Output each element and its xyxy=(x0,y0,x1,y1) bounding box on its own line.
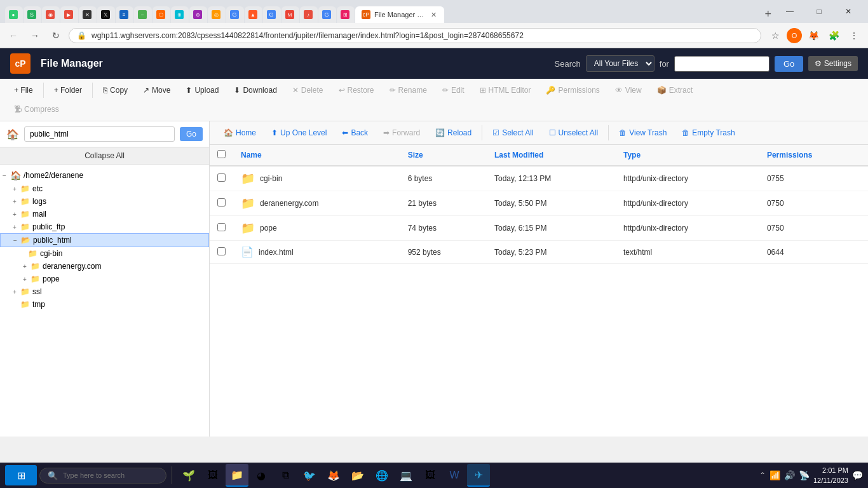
taskbar-app-word[interactable]: W xyxy=(443,464,466,487)
tab-item[interactable]: G xyxy=(263,6,281,23)
start-button[interactable]: ⊞ xyxy=(5,465,37,485)
tab-item[interactable]: G xyxy=(318,6,336,23)
more-button[interactable]: ⋮ xyxy=(845,27,863,44)
col-last-modified[interactable]: Last Modified xyxy=(487,145,616,166)
taskbar-app-gallery[interactable]: 🖼 xyxy=(419,464,442,487)
col-type[interactable]: Type xyxy=(616,145,759,166)
tray-notification-icon[interactable]: 💬 xyxy=(852,470,863,480)
row-checkbox[interactable] xyxy=(217,173,226,182)
col-name[interactable]: Name xyxy=(233,145,400,166)
permissions-button[interactable]: 🔑 Permissions xyxy=(539,83,606,98)
tab-item[interactable]: ● xyxy=(5,6,23,23)
tray-up-icon[interactable]: ⌃ xyxy=(759,471,766,480)
tree-item-public-html[interactable]: − 📂 public_html xyxy=(0,233,209,247)
taskbar-search-input[interactable] xyxy=(63,471,158,479)
col-size[interactable]: Size xyxy=(400,145,487,166)
taskbar-app-photos[interactable]: 🖼 xyxy=(201,464,224,487)
tab-item[interactable]: G xyxy=(226,6,244,23)
profile-button[interactable]: O xyxy=(787,28,802,43)
tree-item-logs[interactable]: + 📁 logs xyxy=(0,195,209,208)
tree-item-public-ftp[interactable]: + 📁 public_ftp xyxy=(0,220,209,233)
tab-item[interactable]: ✕ xyxy=(79,6,97,23)
back-button[interactable]: ⬅ Back xyxy=(336,125,374,140)
row-checkbox[interactable] xyxy=(217,223,226,231)
tab-item[interactable]: ♪ xyxy=(300,6,318,23)
table-row[interactable]: 📁 pope 74 bytes Today, 6:15 PM httpd/uni… xyxy=(210,216,868,241)
tree-item-ssl[interactable]: + 📁 ssl xyxy=(0,285,209,298)
compress-button[interactable]: 🗜 Compress xyxy=(8,102,65,117)
new-folder-button[interactable]: + Folder xyxy=(48,83,88,98)
taskbar-app-twitter[interactable]: 🐦 xyxy=(298,464,321,487)
tree-item-etc[interactable]: + 📁 etc xyxy=(0,182,209,195)
tab-item[interactable]: ≡ xyxy=(116,6,133,23)
taskbar-app-vscode[interactable]: 💻 xyxy=(395,464,417,487)
empty-trash-button[interactable]: 🗑 Empty Trash xyxy=(675,125,741,140)
rename-button[interactable]: ✏ Rename xyxy=(383,83,433,98)
taskbar-app-chrome[interactable]: 🌐 xyxy=(370,464,393,487)
tree-item-cgi-bin-sub[interactable]: 📁 cgi-bin xyxy=(0,247,209,260)
tab-item[interactable]: ~ xyxy=(134,6,152,23)
html-editor-button[interactable]: ⊞ HTML Editor xyxy=(473,83,538,98)
upload-button[interactable]: ⬆ Upload xyxy=(179,83,225,98)
table-row[interactable]: 📁 cgi-bin 6 bytes Today, 12:13 PM httpd/… xyxy=(210,166,868,191)
puzzle-button[interactable]: 🧩 xyxy=(825,27,843,44)
extension-button[interactable]: 🦊 xyxy=(804,27,822,44)
taskbar-app-cortana[interactable]: ◕ xyxy=(250,464,273,487)
tab-item[interactable]: 𝕏 xyxy=(97,6,115,23)
taskbar-app-files[interactable]: 📂 xyxy=(346,464,369,487)
taskbar-app-plants[interactable]: 🌱 xyxy=(177,464,200,487)
extract-button[interactable]: 📦 Extract xyxy=(651,83,699,98)
time-display[interactable]: 2:01 PM 12/11/2023 xyxy=(813,465,848,486)
tab-item[interactable]: S xyxy=(24,6,41,23)
restore-button[interactable]: ↩ Restore xyxy=(332,83,381,98)
path-input[interactable]: public_html xyxy=(24,126,175,142)
select-all-button[interactable]: ☑ Select All xyxy=(486,125,539,140)
reload-button[interactable]: 🔄 Reload xyxy=(429,125,478,140)
search-go-button[interactable]: Go xyxy=(775,56,803,72)
tree-item-deranenergy-sub[interactable]: + 📁 deranenergy.com xyxy=(0,260,209,273)
taskbar-app-task-view[interactable]: ⧉ xyxy=(274,464,297,487)
home-nav-button[interactable]: 🏠 Home xyxy=(217,125,262,140)
tab-item[interactable]: ▲ xyxy=(245,6,262,23)
settings-button[interactable]: ⚙ Settings xyxy=(808,56,858,71)
tab-item[interactable]: ⊛ xyxy=(189,6,207,23)
unselect-all-button[interactable]: ☐ Unselect All xyxy=(543,125,605,140)
tray-network-icon[interactable]: 📶 xyxy=(770,470,780,480)
tray-volume-icon[interactable]: 🔊 xyxy=(784,470,795,480)
tray-wifi-icon[interactable]: 📡 xyxy=(799,470,810,480)
forward-nav-button[interactable]: → xyxy=(27,28,43,43)
table-row[interactable]: 📄 index.html 952 bytes Today, 5:23 PM te… xyxy=(210,241,868,264)
tab-item[interactable]: ▶ xyxy=(60,6,78,23)
tab-item[interactable]: ⬡ xyxy=(153,6,170,23)
col-permissions[interactable]: Permissions xyxy=(759,145,868,166)
up-one-level-button[interactable]: ⬆ Up One Level xyxy=(265,125,333,140)
refresh-nav-button[interactable]: ↻ xyxy=(48,28,64,43)
edit-button[interactable]: ✏ Edit xyxy=(436,83,471,98)
copy-button[interactable]: ⎘ Copy xyxy=(97,83,134,98)
tab-item[interactable]: ◎ xyxy=(208,6,226,23)
new-tab-button[interactable]: + xyxy=(761,5,775,23)
tab-item[interactable]: ⊞ xyxy=(337,6,355,23)
tab-close-btn[interactable]: ✕ xyxy=(429,10,438,19)
delete-button[interactable]: ✕ Delete xyxy=(286,83,330,98)
view-trash-button[interactable]: 🗑 View Trash xyxy=(613,125,673,140)
taskbar-app-telegram[interactable]: ✈ xyxy=(467,464,490,487)
back-nav-button[interactable]: ← xyxy=(5,28,22,43)
tab-item[interactable]: M xyxy=(281,6,299,23)
forward-button[interactable]: ➡ Forward xyxy=(377,125,426,140)
move-button[interactable]: ↗ Move xyxy=(137,83,177,98)
search-scope-select[interactable]: All Your Files xyxy=(586,55,654,72)
collapse-all-button[interactable]: Collapse All xyxy=(0,147,209,165)
url-bar[interactable]: 🔒 wghp11.wghservers.com:2083/cpsess14408… xyxy=(69,28,761,43)
row-checkbox[interactable] xyxy=(217,198,226,207)
table-row[interactable]: 📁 deranenergy.com 21 bytes Today, 5:50 P… xyxy=(210,191,868,216)
tab-active[interactable]: cP File Manager - Jupiter ✕ xyxy=(355,6,444,23)
view-button[interactable]: 👁 View xyxy=(609,83,648,98)
row-checkbox[interactable] xyxy=(217,247,226,255)
new-file-button[interactable]: + File xyxy=(8,83,39,98)
tree-item-mail[interactable]: + 📁 mail xyxy=(0,208,209,220)
path-go-button[interactable]: Go xyxy=(180,127,203,141)
tree-item-tmp[interactable]: 📁 tmp xyxy=(0,298,209,311)
search-input[interactable] xyxy=(674,56,770,72)
tree-item-home[interactable]: − 🏠 /home2/deranene xyxy=(0,168,209,182)
